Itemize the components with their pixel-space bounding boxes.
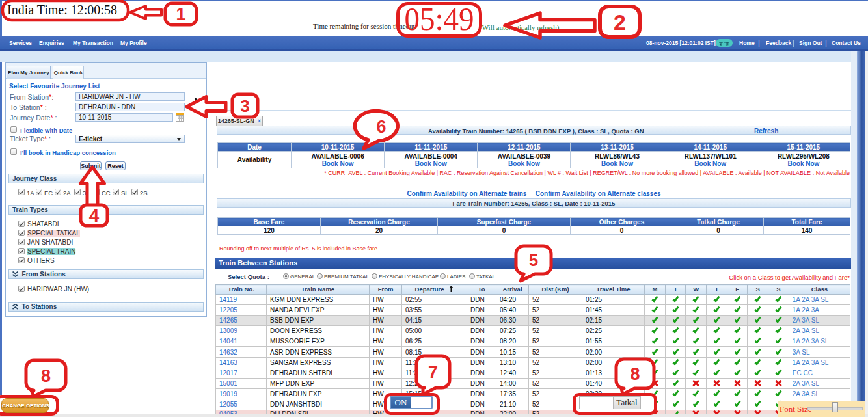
svg-text:1: 1 [176,5,185,24]
svg-text:8: 8 [41,366,51,386]
svg-text:3: 3 [240,96,249,116]
svg-text:2: 2 [614,10,626,34]
